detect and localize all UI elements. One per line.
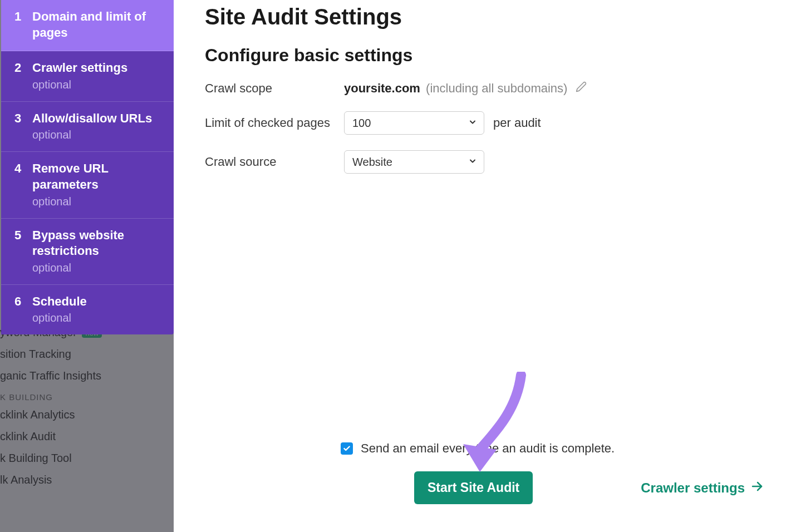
link-label: Crawler settings [641,480,745,496]
footer: Send an email every time an audit is com… [205,441,764,504]
step-remove-url-parameters[interactable]: 4 Remove URL parameters optional [1,152,174,218]
select-limit-pages[interactable]: 100 [344,111,484,135]
step-number: 4 [14,161,22,177]
step-schedule[interactable]: 6 Schedule optional [1,285,174,335]
select-crawl-source[interactable]: Website [344,150,484,174]
chevron-down-icon [468,156,477,169]
crawl-scope-hint: (including all subdomains) [426,81,567,95]
section-title: Configure basic settings [205,45,764,66]
step-domain-and-limit[interactable]: 1 Domain and limit of pages [1,0,174,51]
step-subtitle: optional [32,312,164,324]
step-number: 1 [14,9,22,25]
step-allow-disallow-urls[interactable]: 3 Allow/disallow URLs optional [1,102,174,152]
label-crawl-source: Crawl source [205,155,344,169]
arrow-right-icon [750,480,764,496]
step-title: Schedule [32,294,164,310]
step-title: Crawler settings [32,60,164,76]
row-limit-pages: Limit of checked pages 100 per audit [205,111,764,135]
select-value: 100 [352,117,371,130]
step-subtitle: optional [32,262,164,274]
step-subtitle: optional [32,78,164,91]
select-value: Website [352,156,392,169]
step-number: 2 [14,60,22,76]
step-number: 3 [14,111,22,127]
start-site-audit-button[interactable]: Start Site Audit [414,471,533,504]
step-subtitle: optional [32,195,164,208]
step-subtitle: optional [32,129,164,141]
page-title: Site Audit Settings [205,4,764,29]
crawler-settings-link[interactable]: Crawler settings [641,480,764,496]
step-bypass-restrictions[interactable]: 5 Bypass website restrictions optional [1,219,174,285]
pencil-icon[interactable] [576,81,587,92]
settings-stepper: 1 Domain and limit of pages 2 Crawler se… [1,0,174,334]
limit-suffix: per audit [493,116,541,130]
email-notify-label: Send an email every time an audit is com… [361,441,615,456]
step-crawler-settings[interactable]: 2 Crawler settings optional [1,51,174,102]
footer-actions: Start Site Audit Crawler settings [205,471,764,504]
step-number: 6 [14,294,22,310]
step-number: 5 [14,228,22,244]
step-title: Allow/disallow URLs [32,111,164,127]
checkbox-email-notify[interactable] [341,442,353,455]
label-crawl-scope: Crawl scope [205,81,344,96]
main-content: Site Audit Settings Configure basic sett… [205,1,764,189]
crawl-scope-value: yoursite.com [344,81,420,95]
step-title: Bypass website restrictions [32,228,164,259]
step-title: Domain and limit of pages [32,9,164,41]
chevron-down-icon [468,117,477,130]
row-crawl-scope: Crawl scope yoursite.com (including all … [205,81,764,96]
label-limit-pages: Limit of checked pages [205,116,344,130]
row-crawl-source: Crawl source Website [205,150,764,174]
row-email-notify: Send an email every time an audit is com… [205,441,764,456]
step-title: Remove URL parameters [32,161,164,193]
